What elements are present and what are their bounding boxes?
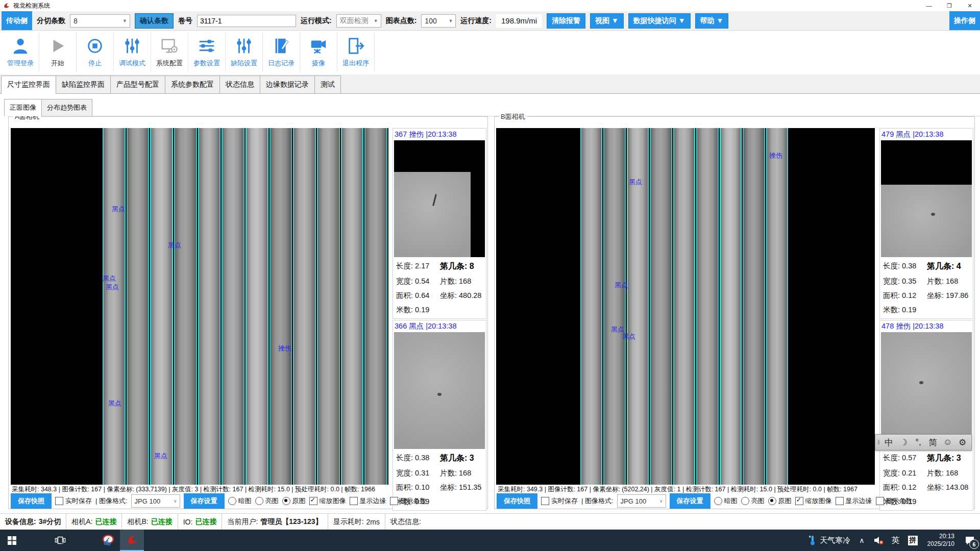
status-segment: 相机B:已连接 bbox=[122, 514, 178, 530]
simplified-icon[interactable]: 简 bbox=[926, 437, 940, 448]
toolbar-item-system-config[interactable]: 系统配置 bbox=[151, 32, 188, 72]
window-controls: — ❐ ✕ bbox=[919, 0, 980, 11]
menu-button[interactable]: 视图 ▼ bbox=[590, 13, 624, 29]
realtime-save-checkbox[interactable] bbox=[541, 497, 549, 505]
checkbox[interactable] bbox=[309, 497, 317, 505]
display-option[interactable]: 缩放图像 bbox=[309, 496, 346, 506]
checkbox[interactable] bbox=[390, 497, 398, 505]
save-settings-button[interactable]: 保存设置 bbox=[184, 493, 225, 509]
toolbar-item-admin-login[interactable]: 管理登录 bbox=[2, 32, 39, 72]
image-mode-option[interactable]: 暗图 bbox=[228, 496, 252, 506]
app-taskbar-button[interactable] bbox=[120, 530, 144, 551]
punctuation-icon[interactable]: °, bbox=[912, 437, 925, 447]
display-option[interactable]: 显示边缘 bbox=[836, 496, 872, 506]
toolbar-item-log-record[interactable]: 日志记录 bbox=[263, 32, 300, 72]
drive-side-button[interactable]: 传动侧 bbox=[2, 11, 32, 30]
radio-button[interactable] bbox=[255, 497, 263, 505]
display-option[interactable]: 显示条数 bbox=[390, 496, 427, 506]
radio-button[interactable] bbox=[741, 497, 749, 505]
realtime-save-option[interactable]: 实时保存 bbox=[55, 496, 92, 506]
sub-tab-strip: 正面图像分布趋势图表 bbox=[4, 98, 980, 116]
realtime-save-option[interactable]: 实时保存 bbox=[541, 496, 578, 506]
notification-center-button[interactable]: 6 bbox=[960, 530, 980, 551]
start-button[interactable] bbox=[0, 530, 24, 551]
radio-button[interactable] bbox=[768, 497, 776, 505]
tab-2[interactable]: 产品型号配置 bbox=[110, 76, 165, 93]
toolbar-item-capture[interactable]: 摄像 bbox=[300, 32, 337, 72]
width-mode-icon[interactable]: ☽ bbox=[897, 437, 911, 448]
display-option[interactable]: 显示条数 bbox=[876, 496, 913, 506]
radio-button[interactable] bbox=[714, 497, 722, 505]
save-snapshot-button[interactable]: 保存快照 bbox=[11, 493, 52, 509]
toolbar-item-defect-settings[interactable]: 缺陷设置 bbox=[226, 32, 263, 72]
image-format-label: | 图像格式: bbox=[581, 496, 614, 506]
toolbar-item-exit-program[interactable]: 退出程序 bbox=[337, 32, 375, 72]
camera-image-B[interactable]: 挫伤黑点黑点黑点黑点 bbox=[496, 128, 875, 485]
lang-mode-icon[interactable]: 中 bbox=[882, 437, 896, 448]
camera-image-A[interactable]: 黑点黑点黑点黑点挫伤黑点黑点 bbox=[11, 128, 388, 485]
defect-card[interactable]: 478 挫伤 |20:13:38长度: 0.57第几条: 3宽度: 0.21片数… bbox=[879, 320, 973, 511]
taskbar-clock[interactable]: 20:132025/2/10 bbox=[922, 533, 960, 548]
operator-side-button[interactable]: 操作侧 bbox=[949, 11, 980, 30]
roll-number-input[interactable] bbox=[197, 15, 296, 27]
tab-6[interactable]: 测试 bbox=[314, 76, 341, 93]
tab-0[interactable]: 尺寸监控界面 bbox=[1, 76, 56, 94]
tab-5[interactable]: 边缘数据记录 bbox=[260, 76, 315, 93]
task-view-button[interactable] bbox=[48, 530, 72, 551]
image-mode-option[interactable]: 原图 bbox=[768, 496, 792, 506]
close-button[interactable]: ✕ bbox=[960, 0, 980, 11]
defect-card[interactable]: 366 黑点 |20:13:38长度: 0.38第几条: 3宽度: 0.31片数… bbox=[393, 320, 486, 511]
tab-3[interactable]: 系统参数配置 bbox=[165, 76, 220, 93]
tray-expand-chevron-icon[interactable]: ∧ bbox=[855, 536, 868, 544]
minimize-button[interactable]: — bbox=[919, 0, 939, 11]
radio-button[interactable] bbox=[282, 497, 290, 505]
ime-settings-icon[interactable]: ⚙ bbox=[955, 437, 969, 448]
status-segment-label: IO: bbox=[183, 518, 193, 526]
save-settings-button[interactable]: 保存设置 bbox=[670, 493, 710, 509]
subtab-1[interactable]: 分布趋势图表 bbox=[41, 99, 92, 116]
checkbox[interactable] bbox=[876, 497, 884, 505]
weather-widget[interactable]: 天气寒冷 bbox=[804, 530, 855, 551]
realtime-save-checkbox[interactable] bbox=[55, 497, 63, 505]
image-mode-option[interactable]: 原图 bbox=[282, 496, 306, 506]
menu-button[interactable]: 帮助 ▼ bbox=[695, 13, 729, 29]
display-option[interactable]: 显示边缘 bbox=[350, 496, 386, 506]
display-option[interactable]: 缩放图像 bbox=[795, 496, 832, 506]
taskbar-tray: 天气寒冷∧英拼20:132025/2/106 bbox=[804, 530, 980, 551]
checkbox[interactable] bbox=[350, 497, 358, 505]
toolbar-item-debug-mode[interactable]: 调试模式 bbox=[114, 32, 151, 72]
maximize-button[interactable]: ❐ bbox=[939, 0, 960, 11]
tab-4[interactable]: 状态信息 bbox=[219, 76, 260, 93]
clear-alarm-button[interactable]: 清除报警 bbox=[547, 13, 585, 29]
toolbar-item-param-settings[interactable]: 参数设置 bbox=[188, 32, 226, 72]
emoji-icon[interactable]: ☺ bbox=[941, 437, 954, 447]
confirm-count-button[interactable]: 确认条数 bbox=[135, 13, 174, 29]
checkbox[interactable] bbox=[836, 497, 844, 505]
defect-card[interactable]: 367 挫伤 |20:13:38长度: 2.17第几条: 8宽度: 0.54片数… bbox=[393, 128, 486, 319]
toolbar-item-start[interactable]: 开始 bbox=[39, 32, 77, 72]
radio-label: 亮图 bbox=[265, 496, 279, 506]
ime-mode-button[interactable]: 拼 bbox=[903, 530, 922, 551]
subtab-0[interactable]: 正面图像 bbox=[4, 99, 42, 116]
volume-button[interactable] bbox=[869, 530, 888, 551]
ime-grip[interactable]: ‖ bbox=[877, 439, 880, 446]
split-count-select[interactable]: 8▼ bbox=[70, 14, 130, 28]
save-snapshot-button[interactable]: 保存快照 bbox=[497, 493, 537, 509]
image-mode-option[interactable]: 暗图 bbox=[714, 496, 738, 506]
tab-1[interactable]: 缺陷监控界面 bbox=[56, 76, 111, 93]
image-format-select[interactable]: JPG 100∨ bbox=[131, 494, 180, 508]
image-mode-option[interactable]: 亮图 bbox=[741, 496, 765, 506]
language-indicator[interactable]: 英 bbox=[888, 535, 903, 546]
image-mode-option[interactable]: 亮图 bbox=[255, 496, 279, 506]
image-format-select[interactable]: JPG 100∨ bbox=[617, 494, 666, 508]
checkbox[interactable] bbox=[795, 497, 803, 505]
stat-cell: 宽度: 0.31 bbox=[396, 468, 440, 478]
menu-button[interactable]: 数据快捷访问 ▼ bbox=[628, 13, 691, 29]
toolbar-item-stop[interactable]: 停止 bbox=[77, 32, 114, 72]
run-mode-select[interactable]: 双面检测▼ bbox=[336, 14, 381, 28]
chart-points-select[interactable]: 100▼ bbox=[421, 14, 456, 28]
status-segment: IO:已连接 bbox=[178, 514, 223, 530]
defect-card[interactable]: 479 黑点 |20:13:38长度: 0.38第几条: 4宽度: 0.35片数… bbox=[879, 128, 973, 319]
snipping-tool-button[interactable] bbox=[96, 530, 120, 551]
radio-button[interactable] bbox=[228, 497, 236, 505]
